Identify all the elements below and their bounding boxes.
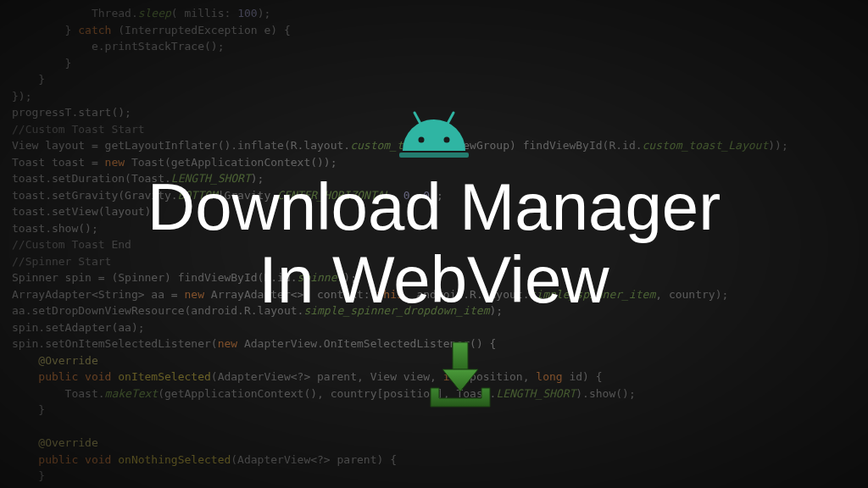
code-line: ArrayAdapter<String> aa = new ArrayAdapt… — [12, 288, 728, 301]
code-background: Thread.sleep( millis: 100); } catch (Int… — [0, 0, 868, 488]
code-line — [12, 420, 19, 433]
code-line: } — [12, 403, 45, 416]
code-line: }); — [12, 90, 31, 103]
code-line: toast.setGravity(Gravity.BOTTOM|Gravity.… — [12, 189, 443, 202]
code-line: Toast toast = new Toast(getApplicationCo… — [12, 156, 337, 169]
code-line: Thread.sleep( millis: 100); — [12, 7, 270, 19]
code-line: e.printStackTrace(); — [12, 40, 224, 53]
code-line: spin.setAdapter(aa); — [12, 321, 145, 334]
code-line: Spinner spin = (Spinner) findViewById(R.… — [12, 271, 357, 284]
code-line: //Spinner Start — [12, 255, 111, 268]
code-line: //Custom Toast End — [12, 238, 131, 251]
code-line: spin.setOnItemSelectedListener(new Adapt… — [12, 337, 496, 350]
code-line: public void onItemSelected(AdapterView<?… — [12, 370, 603, 383]
code-line: aa.setDropDownViewResource(android.R.lay… — [12, 304, 503, 317]
code-line: View layout = getLayoutInflater().inflat… — [12, 139, 788, 152]
code-line: toast.setDuration(Toast.LENGTH_SHORT); — [12, 172, 264, 185]
code-line: Toast.makeText(getApplicationContext(), … — [12, 387, 636, 400]
code-line: } catch (InterruptedException e) { — [12, 24, 291, 36]
code-line: toast.show(); — [12, 222, 98, 235]
code-line: } — [12, 469, 45, 482]
code-line: progressT.start(); — [12, 106, 131, 119]
code-line: @Override — [12, 354, 98, 367]
code-line: @Override — [12, 436, 98, 449]
code-line: } — [12, 73, 45, 86]
code-line: toast.setView(layout); — [12, 205, 158, 218]
code-line: //Custom Toast Start — [12, 123, 145, 136]
code-line: } — [12, 57, 71, 69]
code-line: public void onNothingSelected(AdapterVie… — [12, 453, 397, 466]
